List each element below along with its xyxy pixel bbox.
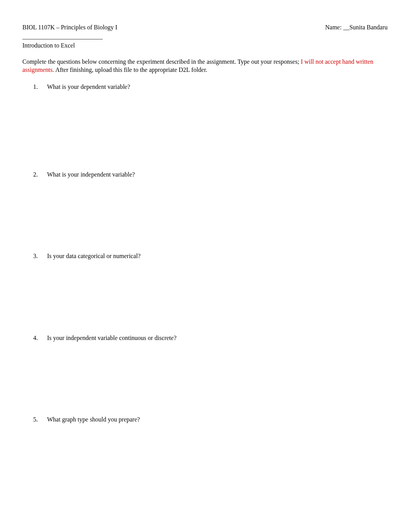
question-4-text: Is your independent variable continuous … [36,334,388,342]
question-list: 1. What is your dependent variable? 2. W… [22,83,388,424]
question-3-text: Is your data categorical or numerical? [36,252,388,260]
question-4-number: 4. [33,334,38,342]
question-1: 1. What is your dependent variable? [36,83,388,91]
course-title: BIOL 1107K – Principles of Biology I [22,23,117,32]
header-row: BIOL 1107K – Principles of Biology I Nam… [22,23,388,32]
question-5-number: 5. [33,415,38,424]
instructions: Complete the questions below concerning … [22,58,388,74]
question-5: 5. What graph type should you prepare? [36,415,388,424]
subtitle: Introduction to Excel [22,41,388,50]
question-5-text: What graph type should you prepare? [36,415,388,424]
question-3-number: 3. [33,252,38,260]
question-4: 4. Is your independent variable continuo… [36,334,388,342]
question-1-number: 1. [33,83,38,91]
name-label: Name: __ [325,24,349,31]
question-2-number: 2. [33,170,38,179]
name-field: Name: __Sunita Bandaru [325,23,388,32]
instructions-part1: Complete the questions below concerning … [22,58,301,65]
question-3: 3. Is your data categorical or numerical… [36,252,388,260]
instructions-part2: After finishing, upload this file to the… [54,66,207,73]
header-underline: __________________________ [22,32,388,41]
question-2-text: What is your independent variable? [36,170,388,179]
question-2: 2. What is your independent variable? [36,170,388,179]
question-1-text: What is your dependent variable? [36,83,388,91]
name-value: Sunita Bandaru [349,24,388,31]
